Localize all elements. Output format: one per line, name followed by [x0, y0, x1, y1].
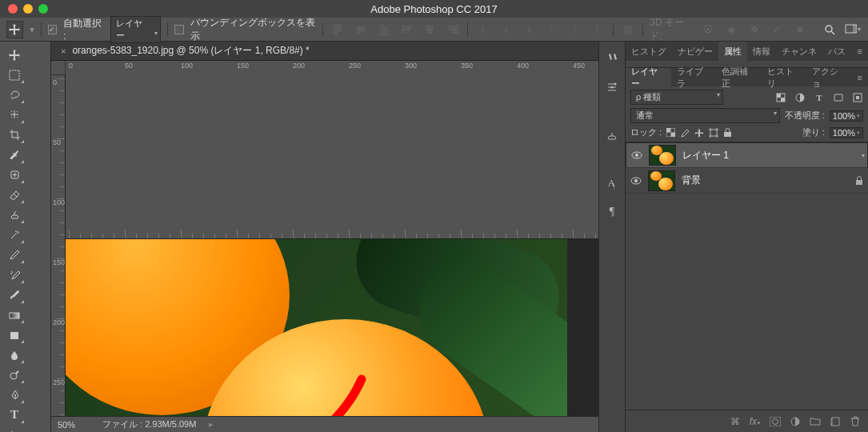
history-brush-tool[interactable] [3, 265, 26, 285]
workspace-switcher-icon[interactable]: ▾ [844, 21, 862, 38]
layer-visibility-icon[interactable] [630, 177, 642, 185]
layers-list: レイヤー 1背景 [626, 142, 868, 194]
clone-stamp-tool[interactable] [3, 205, 26, 225]
brush-presets-panel-icon[interactable] [603, 78, 621, 96]
close-tab-icon[interactable]: × [61, 46, 66, 56]
blur-tool[interactable] [3, 345, 26, 365]
clone-source-panel-icon[interactable] [603, 126, 621, 144]
panel-tab-1[interactable]: ナビゲー [672, 42, 718, 61]
layer-row[interactable]: 背景 [626, 168, 868, 194]
lock-transparency-icon[interactable] [666, 128, 675, 137]
path-select-tool[interactable] [3, 425, 26, 432]
svg-point-17 [611, 86, 614, 89]
paragraph-panel-icon[interactable]: ¶ [603, 203, 621, 221]
layer-thumbnail[interactable] [648, 170, 675, 191]
link-layers-icon[interactable]: ⌘ [730, 416, 740, 427]
main-area: T ⋯ × oranges-5383_1920.jpg @ 50% (レイヤー … [0, 42, 868, 432]
panel-tab-0[interactable]: ヒストグ [626, 42, 672, 61]
canvas[interactable] [66, 239, 567, 417]
close-window-button[interactable] [8, 4, 18, 14]
dodge-tool[interactable] [3, 365, 26, 385]
panel-tab-3[interactable]: 情報 [747, 42, 776, 61]
zoom-level[interactable]: 50% [58, 420, 90, 430]
layer-name[interactable]: レイヤー 1 [682, 149, 862, 162]
move-tool-indicator[interactable] [6, 21, 23, 38]
layer-row[interactable]: レイヤー 1 [626, 142, 868, 168]
layer-thumbnail[interactable] [649, 145, 676, 166]
layers-tab-4[interactable]: アクショ [806, 68, 852, 86]
search-icon[interactable] [821, 21, 838, 38]
svg-rect-34 [856, 180, 862, 185]
threed-scale-icon: ■ [792, 21, 809, 38]
auto-select-checkbox[interactable] [48, 25, 57, 34]
options-bar: ▾ 自動選択 : レイヤー バウンディングボックスを表示 ⫴ ⫴ ⫴ ⫶ ⫶ ⫶… [0, 18, 868, 42]
filter-pixel-icon[interactable] [775, 92, 786, 103]
panel-tab-2[interactable]: 属性 [718, 42, 747, 61]
healing-brush-tool[interactable] [3, 165, 26, 185]
brush-tool[interactable] [3, 285, 26, 305]
layers-panel-menu-icon[interactable]: ≡ [852, 68, 868, 86]
pencil-tool[interactable] [3, 245, 26, 265]
layer-filter-dropdown[interactable]: ρ 種類 [630, 90, 723, 105]
ruler-horizontal[interactable]: 050100150200250300350400450 [66, 61, 598, 239]
pen-tool[interactable] [3, 385, 26, 405]
filter-adjustment-icon[interactable] [794, 92, 806, 103]
align-vcenter-icon [353, 21, 370, 38]
panel-tab-4[interactable]: チャンネ [776, 42, 822, 61]
layers-tab-1[interactable]: ライブラ [671, 68, 717, 86]
layer-name[interactable]: 背景 [682, 174, 849, 187]
bounding-box-checkbox[interactable] [174, 25, 183, 34]
layers-tab-0[interactable]: レイヤー [626, 68, 671, 86]
blend-mode-dropdown[interactable]: 通常 [630, 108, 780, 123]
opacity-field[interactable]: 100% [830, 110, 863, 122]
threed-pan-icon: ✥ [746, 21, 762, 38]
canvas-viewport[interactable] [66, 239, 598, 417]
eraser-tool[interactable] [3, 185, 26, 205]
layer-mask-icon[interactable] [770, 417, 781, 426]
auto-align-icon: ▥ [620, 21, 637, 38]
quick-select-tool[interactable] [3, 105, 26, 125]
gradient-tool[interactable] [3, 305, 26, 325]
layers-tab-2[interactable]: 色調補正 [716, 68, 762, 86]
marquee-tool[interactable] [3, 65, 26, 85]
lock-pixels-icon[interactable] [680, 128, 690, 138]
shape-tool[interactable] [3, 325, 26, 345]
lock-icon [855, 176, 863, 186]
layers-tab-3[interactable]: ヒストリ [762, 68, 807, 86]
magic-wand-tool[interactable] [3, 225, 26, 245]
layer-visibility-icon[interactable] [631, 151, 642, 159]
status-menu-icon[interactable]: ▸ [209, 419, 214, 430]
filter-shape-icon[interactable] [833, 92, 844, 103]
lock-artboard-icon[interactable] [709, 128, 718, 138]
status-file-info[interactable]: ファイル : 2.93M/5.09M [102, 418, 196, 430]
layer-group-icon[interactable] [810, 417, 821, 426]
document-tab[interactable]: × oranges-5383_1920.jpg @ 50% (レイヤー 1, R… [51, 42, 598, 61]
filter-type-icon[interactable]: T [814, 92, 825, 103]
crop-tool[interactable] [3, 125, 26, 145]
panel-menu-icon[interactable]: ≡ [852, 42, 868, 61]
delete-layer-icon[interactable] [850, 416, 860, 426]
lock-all-icon[interactable] [723, 128, 732, 138]
fill-field[interactable]: 100% [830, 127, 863, 138]
eyedropper-tool[interactable] [3, 145, 26, 165]
adjustment-layer-icon[interactable] [790, 417, 800, 426]
brushes-panel-icon[interactable] [603, 50, 621, 67]
move-tool[interactable] [3, 45, 26, 65]
maximize-window-button[interactable] [38, 4, 48, 14]
character-panel-icon[interactable]: A| [603, 174, 621, 192]
threed-slide-icon: ⤢ [769, 21, 786, 38]
panel-tab-5[interactable]: パス [822, 42, 851, 61]
layer-fx-icon[interactable]: fx▾ [750, 416, 760, 427]
lasso-tool[interactable] [3, 85, 26, 105]
info-panel-tabs: ヒストグナビゲー属性情報チャンネパス≡ [626, 42, 868, 61]
filter-smart-icon[interactable] [852, 92, 863, 103]
svg-rect-2 [853, 25, 857, 33]
auto-select-dropdown[interactable]: レイヤー [110, 16, 161, 43]
distribute-right-icon: ⫶ [590, 21, 606, 38]
minimize-window-button[interactable] [23, 4, 33, 14]
new-layer-icon[interactable] [830, 417, 841, 426]
ruler-vertical[interactable]: 050100150200250 [51, 75, 66, 416]
type-tool[interactable]: T [3, 405, 26, 425]
svg-point-0 [826, 26, 832, 32]
lock-position-icon[interactable] [694, 128, 704, 138]
